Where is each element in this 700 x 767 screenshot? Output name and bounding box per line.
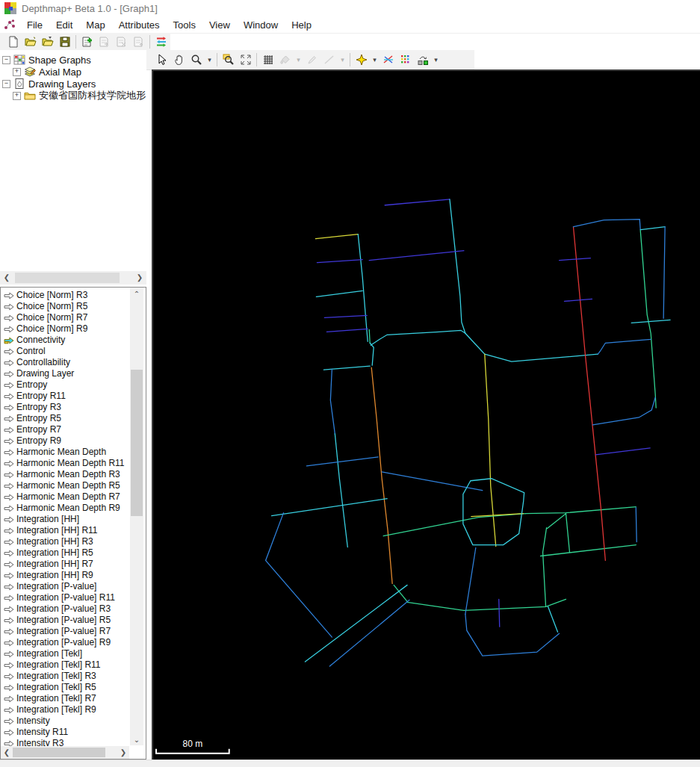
axial-line[interactable] <box>317 260 362 263</box>
tree-item-shape-graphs[interactable]: −Shape Graphs <box>2 54 91 66</box>
attribute-item-harmonic-mean-depth-r3[interactable]: Harmonic Mean Depth R3 <box>2 468 129 479</box>
zoom-tool-button[interactable] <box>188 52 205 68</box>
attribute-item-connectivity[interactable]: Connectivity <box>2 334 129 345</box>
attribute-item-integration-p-value-r3[interactable]: Integration [P-value] R3 <box>2 603 129 614</box>
open-file-button[interactable] <box>22 34 39 49</box>
attribute-item-intensity-r3[interactable]: Intensity R3 <box>2 737 129 746</box>
axial-line[interactable] <box>330 369 335 434</box>
axial-line[interactable] <box>485 354 496 546</box>
axial-line[interactable] <box>595 448 650 455</box>
axial-line[interactable] <box>306 457 378 466</box>
axial-line[interactable] <box>526 507 636 514</box>
attribute-item-integration-tekl[interactable]: Integration [Tekl] <box>2 648 129 659</box>
scroll-left-icon[interactable]: ❮ <box>1 272 12 284</box>
axial-line[interactable] <box>324 315 367 317</box>
attribute-item-integration-tekl-r9[interactable]: Integration [Tekl] R9 <box>2 704 129 715</box>
axial-line[interactable] <box>407 599 566 610</box>
axial-line[interactable] <box>560 258 591 261</box>
axial-line[interactable] <box>371 330 465 345</box>
axial-map-tool-button-dropdown[interactable]: ▾ <box>370 52 380 68</box>
joined-axial-button[interactable] <box>380 52 397 68</box>
attribute-item-harmonic-mean-depth-r7[interactable]: Harmonic Mean Depth R7 <box>2 491 129 502</box>
attribute-item-integration-tekl-r5[interactable]: Integration [Tekl] R5 <box>2 681 129 692</box>
tree-item-drawing-layers[interactable]: −Drawing Layers <box>2 78 96 90</box>
menu-item-edit[interactable]: Edit <box>49 18 79 32</box>
attribute-vscrollbar[interactable]: ⌃ ⌄ <box>130 288 143 745</box>
import-map-button[interactable] <box>39 34 56 49</box>
tree-item-axial-map[interactable]: +Axial Map <box>13 66 81 78</box>
axial-line[interactable] <box>382 472 483 491</box>
scroll-down-icon[interactable]: ⌄ <box>131 734 143 745</box>
axial-line[interactable] <box>465 614 560 656</box>
attribute-item-integration-hh-r11[interactable]: Integration [HH] R11 <box>2 524 129 535</box>
grid-tool-button[interactable] <box>259 52 276 68</box>
attribute-item-integration-p-value-r7[interactable]: Integration [P-value] R7 <box>2 625 129 636</box>
attribute-item-integration-hh-r5[interactable]: Integration [HH] R5 <box>2 547 129 558</box>
axial-line[interactable] <box>548 606 558 632</box>
new-file-button[interactable] <box>4 34 22 49</box>
attribute-item-integration-p-value[interactable]: Integration [P-value] <box>2 580 129 591</box>
attribute-item-integration-hh-r3[interactable]: Integration [HH] R3 <box>2 535 129 547</box>
attribute-item-entropy-r9[interactable]: Entropy R9 <box>2 435 129 446</box>
step-depth-button[interactable] <box>414 52 431 68</box>
axial-line[interactable] <box>323 366 370 370</box>
tree-item-安徽省国防科技学院地形[interactable]: +安徽省国防科技学院地形 <box>13 90 146 102</box>
axial-line[interactable] <box>640 227 665 230</box>
attribute-item-integration-p-value-r5[interactable]: Integration [P-value] R5 <box>2 614 129 625</box>
attribute-item-entropy[interactable]: Entropy <box>2 379 129 390</box>
axial-line[interactable] <box>316 291 362 296</box>
attribute-item-integration-tekl-r7[interactable]: Integration [Tekl] R7 <box>2 692 129 704</box>
expand-icon[interactable]: + <box>13 68 21 76</box>
attribute-item-control[interactable]: Control <box>2 345 129 356</box>
attribute-item-entropy-r5[interactable]: Entropy R5 <box>2 412 129 423</box>
attribute-item-integration-hh-r9[interactable]: Integration [HH] R9 <box>2 569 129 580</box>
attribute-item-harmonic-mean-depth[interactable]: Harmonic Mean Depth <box>2 446 129 457</box>
attribute-item-integration-p-value-r11[interactable]: Integration [P-value] R11 <box>2 591 129 603</box>
attribute-hscrollbar[interactable]: ❮ ❯ <box>1 746 129 759</box>
axial-line[interactable] <box>369 251 464 261</box>
collapse-icon[interactable]: − <box>2 56 10 64</box>
attribute-item-drawing-layer[interactable]: Drawing Layer <box>2 367 129 379</box>
new-layer-button[interactable] <box>78 34 96 49</box>
menu-item-window[interactable]: Window <box>237 18 285 32</box>
attribute-item-harmonic-mean-depth-r11[interactable]: Harmonic Mean Depth R11 <box>2 457 129 468</box>
attribute-item-choice-norm-r3[interactable]: Choice [Norm] R3 <box>2 289 129 300</box>
attribute-item-integration-tekl-r3[interactable]: Integration [Tekl] R3 <box>2 670 129 681</box>
select-tool-button[interactable] <box>153 52 170 68</box>
axial-line[interactable] <box>499 599 500 627</box>
axial-line[interactable] <box>465 548 476 615</box>
axial-line[interactable] <box>450 199 598 361</box>
attribute-vscroll-thumb[interactable] <box>131 370 143 516</box>
scroll-right-icon[interactable]: ❯ <box>119 747 128 758</box>
scroll-up-icon[interactable]: ⌃ <box>131 288 143 299</box>
collapse-icon[interactable]: − <box>2 80 10 88</box>
tree-hscrollbar[interactable]: ❮ ❯ <box>0 271 146 285</box>
axial-map-drawing[interactable]: 80 m <box>153 71 700 760</box>
attribute-hscroll-thumb[interactable] <box>13 748 105 757</box>
attribute-item-entropy-r3[interactable]: Entropy R3 <box>2 401 129 412</box>
axial-map-tool-button[interactable] <box>353 52 370 68</box>
axial-line[interactable] <box>358 235 368 342</box>
axial-line[interactable] <box>663 227 665 319</box>
axial-line[interactable] <box>543 528 547 607</box>
convert-map-button[interactable] <box>152 34 170 49</box>
attribute-item-intensity[interactable]: Intensity <box>2 715 129 726</box>
menu-item-file[interactable]: File <box>20 18 49 32</box>
axial-line[interactable] <box>631 320 670 323</box>
axial-line[interactable] <box>564 299 592 301</box>
attribute-item-integration-hh[interactable]: Integration [HH] <box>2 513 129 524</box>
axial-line[interactable] <box>566 514 569 553</box>
tree-hscroll-thumb[interactable] <box>15 273 120 283</box>
axial-line[interactable] <box>266 513 332 638</box>
step-depth-button-dropdown[interactable]: ▾ <box>431 52 441 68</box>
axial-line[interactable] <box>385 199 450 205</box>
zoom-selection-button[interactable] <box>220 52 237 68</box>
axial-line[interactable] <box>370 343 374 365</box>
menu-item-help[interactable]: Help <box>285 18 318 32</box>
attribute-item-controllability[interactable]: Controllability <box>2 356 129 367</box>
axial-line[interactable] <box>315 235 358 239</box>
attribute-item-intensity-r11[interactable]: Intensity R11 <box>2 726 129 737</box>
attribute-item-harmonic-mean-depth-r5[interactable]: Harmonic Mean Depth R5 <box>2 479 129 491</box>
vga-grid-button[interactable] <box>397 52 414 68</box>
menu-item-tools[interactable]: Tools <box>167 18 202 32</box>
